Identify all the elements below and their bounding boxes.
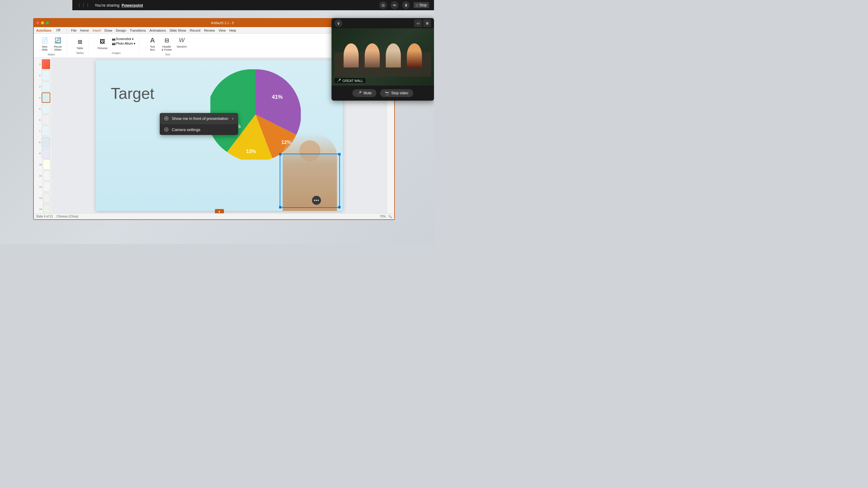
annotate-button[interactable]: ✏ <box>391 1 398 9</box>
slide-thumb-2[interactable] <box>41 70 50 80</box>
header-footer-label: Header& Footer <box>161 45 172 51</box>
minimize-button[interactable] <box>41 22 44 24</box>
context-menu-camera[interactable]: Camera settings <box>160 124 238 135</box>
handle-tl[interactable] <box>279 153 281 156</box>
more-options-button[interactable]: ••• <box>312 196 321 205</box>
handle-bl[interactable] <box>279 206 281 208</box>
slide-thumb-row-12: 12 <box>39 182 50 192</box>
person-3 <box>386 43 401 67</box>
teams-overlay: ∨ ▭ ⊞ 🎤 GREAT WALL 🎤 Mute <box>332 18 434 101</box>
header-footer-button[interactable]: ⊟ Header& Footer <box>160 36 174 52</box>
screenshot-icon: 📷 <box>112 37 116 41</box>
menu-transitions[interactable]: Transitions <box>130 29 146 32</box>
chevron-down-icon: ∨ <box>337 21 340 26</box>
stop-video-button[interactable]: 📷 Stop video <box>380 89 413 97</box>
screenshot-label: Screenshot ▾ <box>116 37 133 41</box>
slide-panel[interactable]: 1 2 3 4 5 <box>34 58 52 213</box>
slide-num-2: 2 <box>39 74 41 77</box>
slide-num-4: 4 <box>39 96 41 99</box>
slide-thumb-10[interactable] <box>43 159 50 170</box>
slide-thumb-row-9: 9 <box>39 148 50 158</box>
menu-design[interactable]: Design <box>116 29 126 32</box>
camera-settings-icon <box>164 127 169 132</box>
reuse-slides-button[interactable]: 🔄 ReuseSlides <box>52 36 64 52</box>
ribbon-tables-group: ⊞ Table Tables <box>71 37 89 55</box>
autosave-toggle[interactable]: Off <box>56 29 60 32</box>
slides-group-label: Slides <box>48 53 55 56</box>
handle-br[interactable] <box>338 206 341 208</box>
slide-thumb-row-7: 7 <box>39 126 50 136</box>
teams-controls: 🎤 Mute 📷 Stop video <box>332 86 434 101</box>
slide-info: Slide 4 of 21 <box>36 215 53 218</box>
menu-home[interactable]: Home <box>80 29 89 32</box>
sharing-bar: ⋮⋮⋮ You're sharing Powerpoint ⊙ ✏ ⏸ □ St… <box>72 0 434 10</box>
show-front-label: Show me in front of presentation <box>172 116 228 121</box>
teams-name: GREAT WALL <box>342 79 363 83</box>
pictures-icon: 🖼 <box>98 38 107 46</box>
maximize-button[interactable] <box>46 22 49 24</box>
slide-thumb-8[interactable] <box>41 137 50 147</box>
wordart-label: WordArt <box>177 45 187 48</box>
close-button[interactable] <box>36 22 39 24</box>
text-box-icon: A <box>148 36 157 44</box>
teams-layout-single[interactable]: ▭ <box>414 19 422 27</box>
slide-thumb-6[interactable] <box>41 115 50 125</box>
teams-header: ∨ ▭ ⊞ <box>332 18 434 28</box>
stop-label: Stop <box>419 3 427 7</box>
presenter-view-button[interactable]: ⊙ <box>379 1 387 9</box>
slide-thumb-7[interactable] <box>41 126 50 136</box>
slide-num-13: 13 <box>39 197 42 199</box>
slide-thumb-5[interactable] <box>41 104 50 114</box>
context-menu-show-front[interactable]: Show me in front of presentation ∨ <box>160 113 238 124</box>
photo-album-button[interactable]: 📸 Photo Album ▾ <box>111 41 136 45</box>
slide-thumb-14[interactable] <box>43 204 50 213</box>
show-front-chevron: ∨ <box>231 117 234 121</box>
pictures-label: Pictures <box>98 47 107 50</box>
slide-thumb-11[interactable] <box>43 170 50 181</box>
zoom-level: 70% <box>380 215 386 218</box>
pie-label-13: 13% <box>246 149 256 154</box>
menu-draw[interactable]: Draw <box>104 29 113 32</box>
new-slide-button[interactable]: 📄 NewSlide <box>38 36 51 52</box>
stop-sharing-button[interactable]: □ Stop <box>413 2 429 8</box>
teams-layout-grid[interactable]: ⊞ <box>423 19 431 27</box>
new-slide-icon: 📄 <box>40 36 49 44</box>
wordart-button[interactable]: W WordArt <box>175 36 189 52</box>
screenshot-button[interactable]: 📷 Screenshot ▾ <box>111 37 136 41</box>
slide-thumb-3[interactable] <box>41 82 50 92</box>
text-group-label: Text <box>165 53 170 56</box>
slide-thumb-1[interactable] <box>41 59 50 69</box>
menu-help[interactable]: Help <box>229 29 236 32</box>
mute-icon: 🎤 <box>357 91 362 95</box>
sharing-label: You're sharing <box>95 3 119 7</box>
slide-thumb-9[interactable] <box>41 148 50 158</box>
menu-view[interactable]: View <box>218 29 226 32</box>
mute-button[interactable]: 🎤 Mute <box>352 89 376 97</box>
slide-num-1: 1 <box>39 63 41 66</box>
person-4 <box>407 43 422 67</box>
pause-button[interactable]: ⏸ <box>402 1 410 9</box>
menu-insert[interactable]: Insert <box>93 29 101 32</box>
table-button[interactable]: ⊞ Table <box>74 37 86 50</box>
slide-thumb-row-13: 13 <box>39 193 50 203</box>
pictures-button[interactable]: 🖼 Pictures <box>96 37 110 50</box>
collapse-arrow[interactable]: ▲ <box>215 209 224 213</box>
menu-slideshow[interactable]: Slide Show <box>169 29 186 32</box>
ribbon-slides-group: 📄 NewSlide 🔄 ReuseSlides Slides <box>36 36 67 56</box>
teams-collapse-button[interactable]: ∨ <box>335 19 342 27</box>
slide-thumb-13[interactable] <box>43 193 50 203</box>
collapse-icon: ▲ <box>218 210 221 213</box>
handle-tr[interactable] <box>338 153 341 156</box>
slide-canvas[interactable]: Target 41% 12% 13 <box>96 60 343 211</box>
slide-thumb-4[interactable] <box>41 93 50 103</box>
text-box-button[interactable]: A TextBox <box>147 36 158 52</box>
images-group-label: Images <box>112 52 121 55</box>
menu-file[interactable]: File <box>71 29 76 32</box>
menu-record[interactable]: Record <box>190 29 200 32</box>
menu-review[interactable]: Review <box>204 29 215 32</box>
menu-animations[interactable]: Animations <box>150 29 166 32</box>
slide-thumb-12[interactable] <box>43 182 50 192</box>
camera-settings-label: Camera settings <box>172 127 234 132</box>
slide-num-3: 3 <box>39 85 41 88</box>
teams-video: 🎤 GREAT WALL <box>332 28 434 86</box>
